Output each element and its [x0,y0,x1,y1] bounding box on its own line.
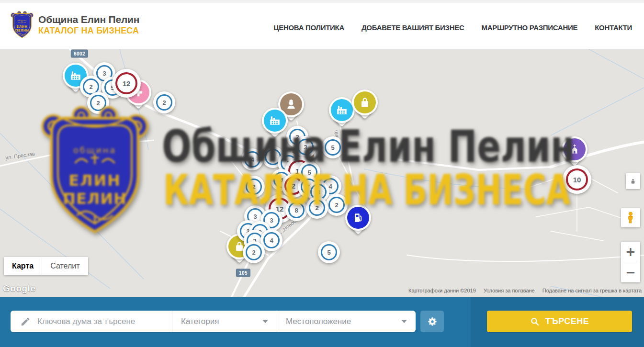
nav-item[interactable]: ДОБАВЕТЕ ВАШИЯТ БИЗНЕС [362,23,464,32]
zoom-control: + − [621,242,640,282]
markers-layer: 3251222235647135427248212823338342510 [0,49,644,297]
cluster-marker[interactable]: 12 [112,69,141,98]
chevron-down-icon [262,320,268,323]
site-logo[interactable]: Община Елин Пелин КАТАЛОГ НА БИЗНЕСА [11,10,139,39]
page: Община Елин Пелин КАТАЛОГ НА БИЗНЕСА ЦЕН… [0,0,644,347]
category-select[interactable]: Категория [172,311,277,332]
search-button[interactable]: ТЪРСЕНЕ [487,311,632,332]
lock-icon [630,178,636,185]
cluster-marker[interactable]: 3 [294,136,316,158]
attribution-link[interactable]: Подаване на сигнал за грешка в картата [542,288,642,293]
map-canvas[interactable]: 6002105ул. Преславбул. „Новоселции 32512… [0,49,644,297]
municipality-crest-icon [11,10,34,39]
map-type-map-button[interactable]: Карта [4,257,42,275]
category-select-label: Категория [181,317,219,326]
site-header: Община Елин Пелин КАТАЛОГ НА БИЗНЕСА ЦЕН… [0,0,644,49]
search-bar: Категория Местоположение ТЪРСЕНЕ [0,297,644,347]
fuel-marker[interactable] [345,205,372,240]
keyword-field [11,311,172,332]
cluster-marker[interactable]: 4 [241,148,263,170]
location-select[interactable]: Местоположение [277,311,416,332]
nav-item[interactable]: МАРШРУТНО РАЗПИСАНИЕ [481,23,577,32]
site-title: Община Елин Пелин [38,14,139,25]
map-type-control: Карта Сателит [4,257,88,275]
pegman-icon [625,211,636,224]
pencil-icon [20,316,31,327]
search-icon [530,317,540,326]
keyword-input[interactable] [37,317,172,326]
map-type-satellite-button[interactable]: Сателит [42,257,88,275]
cluster-marker[interactable]: 2 [153,91,175,113]
chevron-down-icon [401,320,407,323]
cluster-marker[interactable]: 10 [563,165,591,194]
main-nav: ЦЕНОВА ПОЛИТИКАДОБАВЕТЕ ВАШИЯТ БИЗНЕСМАР… [274,3,632,52]
cluster-marker[interactable]: 2 [87,92,109,114]
location-select-label: Местоположение [286,317,351,326]
cluster-marker[interactable]: 5 [318,241,340,263]
nav-item[interactable]: ЦЕНОВА ПОЛИТИКА [274,23,344,32]
street-view-pegman-button[interactable] [621,208,640,227]
attribution-link[interactable]: Условия за ползване [484,288,535,293]
bag-marker[interactable] [351,90,378,125]
site-subtitle: КАТАЛОГ НА БИЗНЕСА [38,26,139,36]
advanced-settings-button[interactable] [420,311,444,332]
nav-item[interactable]: КОНТАКТИ [595,23,632,32]
google-logo[interactable]: Google [3,283,35,294]
cluster-marker[interactable]: 8 [285,199,307,221]
cluster-marker[interactable]: 5 [322,136,344,158]
cluster-marker[interactable]: 2 [243,176,265,198]
search-button-label: ТЪРСЕНЕ [545,316,589,326]
zoom-out-button[interactable]: − [621,262,640,282]
zoom-in-button[interactable]: + [621,242,640,262]
attribution-text: Картографски данни ©2019 [408,288,476,293]
lock-button[interactable] [626,173,640,189]
gear-icon [427,316,438,327]
search-fields: Категория Местоположение [11,311,416,332]
cluster-marker[interactable]: 2 [306,197,328,219]
map-attribution: Картографски данни ©2019Условия за ползв… [408,288,642,293]
cluster-marker[interactable]: 2 [326,194,348,216]
factory-marker[interactable] [261,108,288,143]
cluster-marker[interactable]: 2 [243,241,265,263]
